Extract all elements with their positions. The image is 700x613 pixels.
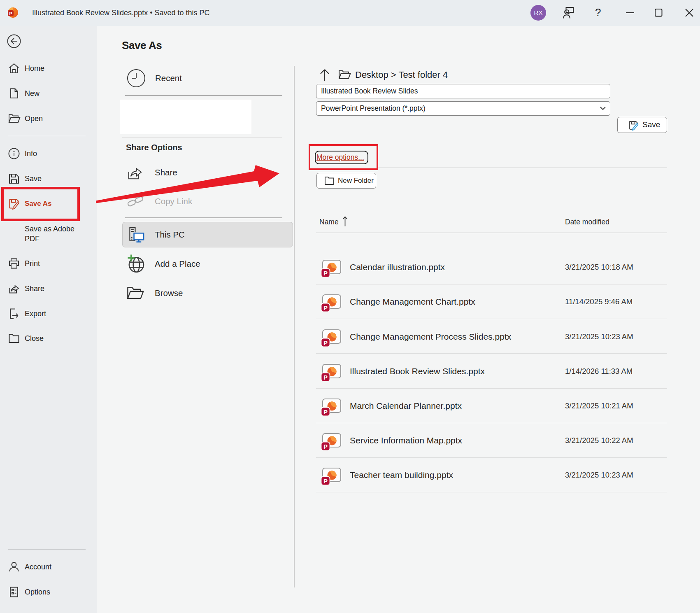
svg-text:P: P <box>323 304 328 311</box>
svg-text:P: P <box>323 478 328 485</box>
svg-text:P: P <box>323 408 328 415</box>
svg-text:P: P <box>323 443 328 450</box>
svg-text:P: P <box>323 374 328 381</box>
svg-text:P: P <box>323 339 328 346</box>
svg-text:P: P <box>323 270 328 277</box>
svg-text:P: P <box>9 11 12 16</box>
